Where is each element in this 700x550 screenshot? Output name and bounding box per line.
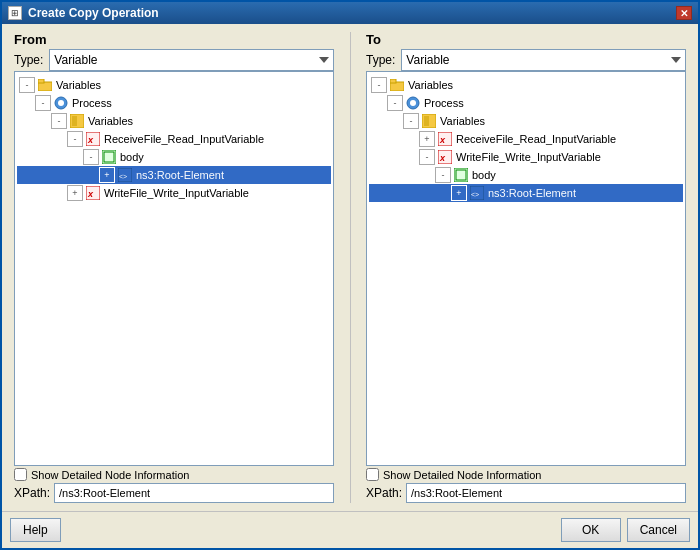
svg-text:x: x	[87, 135, 94, 145]
from-type-label: Type:	[14, 53, 43, 67]
footer-right: OK Cancel	[561, 518, 690, 542]
from-xpath-label: XPath:	[14, 486, 50, 500]
tree-node: - body	[369, 166, 683, 202]
variable-icon: x	[437, 149, 453, 165]
variable-icon: x	[85, 131, 101, 147]
svg-rect-5	[72, 116, 77, 126]
body-icon	[453, 167, 469, 183]
to-xpath-label: XPath:	[366, 486, 402, 500]
expander[interactable]: -	[51, 113, 67, 129]
from-xpath-row: XPath:	[14, 483, 334, 503]
tree-node: - Variables	[17, 112, 331, 202]
from-type-row: Type: Variable	[14, 49, 334, 71]
to-panel: To Type: Variable - Variables	[362, 32, 690, 503]
to-type-row: Type: Variable	[366, 49, 686, 71]
expander[interactable]: -	[67, 131, 83, 147]
body-icon	[101, 149, 117, 165]
node-label: ReceiveFile_Read_InputVariable	[104, 133, 264, 145]
expander[interactable]: +	[419, 131, 435, 147]
expander[interactable]: -	[403, 113, 419, 129]
tree-row-selected[interactable]: + <> ns3:Root-Element	[17, 166, 331, 184]
element-icon: <>	[469, 185, 485, 201]
tree-node: - Process -	[369, 94, 683, 202]
expander[interactable]: +	[67, 185, 83, 201]
from-tree[interactable]: - Variables -	[14, 71, 334, 466]
tree-row[interactable]: - Variables	[17, 112, 331, 130]
tree-node: - body	[17, 148, 331, 184]
tree-row[interactable]: - x WriteFile_Write_InputVariable	[369, 148, 683, 166]
cancel-button[interactable]: Cancel	[627, 518, 690, 542]
node-label: Variables	[408, 79, 453, 91]
close-button[interactable]: ✕	[676, 6, 692, 20]
expander[interactable]: -	[83, 149, 99, 165]
node-label: ReceiveFile_Read_InputVariable	[456, 133, 616, 145]
to-xpath-row: XPath:	[366, 483, 686, 503]
expander[interactable]: -	[419, 149, 435, 165]
to-show-detailed-checkbox[interactable]	[366, 468, 379, 481]
tree-node: + <> ns3:Root-Element	[369, 184, 683, 202]
node-label: Variables	[88, 115, 133, 127]
node-label: body	[472, 169, 496, 181]
tree-node: + x ReceiveFile_Read_InputVariable	[369, 130, 683, 148]
node-label: Variables	[56, 79, 101, 91]
vars-icon	[69, 113, 85, 129]
tree-node: - Variables	[369, 112, 683, 202]
tree-row[interactable]: - Process	[17, 94, 331, 112]
expander[interactable]: +	[99, 167, 115, 183]
expander[interactable]: -	[387, 95, 403, 111]
node-label: WriteFile_Write_InputVariable	[456, 151, 601, 163]
from-show-detailed: Show Detailed Node Information	[14, 468, 189, 481]
to-tree[interactable]: - Variables - Process	[366, 71, 686, 466]
to-type-label: Type:	[366, 53, 395, 67]
tree-node: - x WriteFile_Write_InputVariable	[369, 148, 683, 202]
tree-row[interactable]: + x ReceiveFile_Read_InputVariable	[369, 130, 683, 148]
from-panel: From Type: Variable - Variables	[10, 32, 338, 503]
tree-row[interactable]: - Variables	[369, 112, 683, 130]
panel-separator	[346, 32, 354, 503]
node-label: ns3:Root-Element	[488, 187, 576, 199]
expander[interactable]: -	[35, 95, 51, 111]
window-title: Create Copy Operation	[28, 6, 159, 20]
from-type-select[interactable]: Variable	[49, 49, 334, 71]
to-xpath-input[interactable]	[406, 483, 686, 503]
tree-row[interactable]: + x WriteFile_Write_InputVariable	[17, 184, 331, 202]
tree-row[interactable]: - Variables	[369, 76, 683, 94]
process-icon	[405, 95, 421, 111]
element-icon: <>	[117, 167, 133, 183]
node-label: Process	[72, 97, 112, 109]
ok-button[interactable]: OK	[561, 518, 621, 542]
svg-rect-19	[424, 116, 429, 126]
tree-row[interactable]: - body	[369, 166, 683, 184]
main-window: ⊞ Create Copy Operation ✕ From Type: Var…	[0, 0, 700, 550]
svg-text:x: x	[439, 135, 446, 145]
svg-text:<>: <>	[471, 191, 479, 198]
to-show-detailed: Show Detailed Node Information	[366, 468, 541, 481]
tree-row[interactable]: - Process	[369, 94, 683, 112]
expander[interactable]: +	[451, 185, 467, 201]
tree-row[interactable]: - x ReceiveFile_Read_InputVariable	[17, 130, 331, 148]
expander[interactable]: -	[371, 77, 387, 93]
node-label: ns3:Root-Element	[136, 169, 224, 181]
from-show-detailed-checkbox[interactable]	[14, 468, 27, 481]
tree-row[interactable]: - body	[17, 148, 331, 166]
svg-point-17	[410, 100, 416, 106]
title-bar: ⊞ Create Copy Operation ✕	[2, 2, 698, 24]
help-button[interactable]: Help	[10, 518, 61, 542]
node-label: WriteFile_Write_InputVariable	[104, 187, 249, 199]
tree-node: - Variables - Process	[369, 76, 683, 202]
vars-icon	[421, 113, 437, 129]
node-label: Variables	[440, 115, 485, 127]
tree-node: + x WriteFile_Write_InputVariable	[17, 184, 331, 202]
to-show-detailed-label: Show Detailed Node Information	[383, 469, 541, 481]
tree-row-selected[interactable]: + <> ns3:Root-Element	[369, 184, 683, 202]
title-bar-left: ⊞ Create Copy Operation	[8, 6, 159, 20]
svg-text:x: x	[439, 153, 446, 163]
to-type-select[interactable]: Variable	[401, 49, 686, 71]
expander[interactable]: -	[19, 77, 35, 93]
from-show-detailed-label: Show Detailed Node Information	[31, 469, 189, 481]
from-xpath-input[interactable]	[54, 483, 334, 503]
tree-row[interactable]: - Variables	[17, 76, 331, 94]
variable-icon: x	[437, 131, 453, 147]
to-bottom: Show Detailed Node Information	[366, 466, 686, 483]
expander[interactable]: -	[435, 167, 451, 183]
